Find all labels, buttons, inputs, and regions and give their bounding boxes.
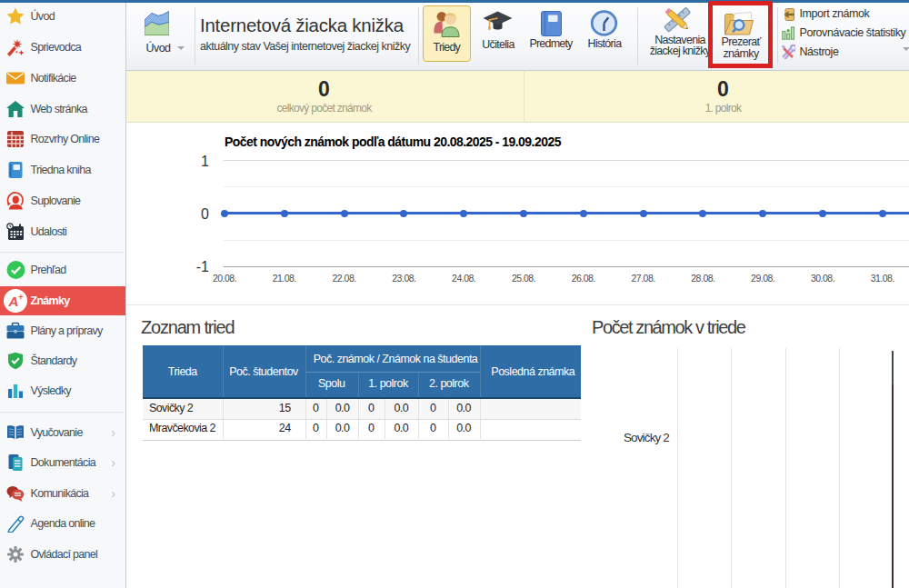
svg-text:+: + <box>18 293 23 302</box>
svg-text:A: A <box>8 294 19 309</box>
